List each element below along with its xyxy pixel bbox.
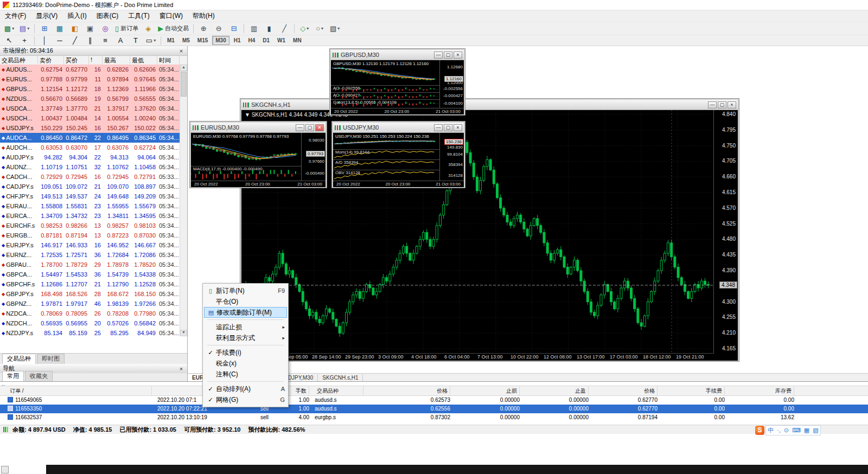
minimize-button[interactable]: —: [434, 124, 443, 131]
objects-button[interactable]: ◇▾: [297, 23, 311, 35]
text-label-button[interactable]: T: [129, 35, 143, 47]
ctx-profit-display[interactable]: 获利显示方式▸: [204, 332, 287, 343]
menu-charts[interactable]: 图表(C): [92, 10, 124, 22]
market-watch-row[interactable]: ◆AUDUS...0.627540.62770160.628260.626060…: [0, 65, 180, 74]
timeframe-m30[interactable]: M30: [212, 36, 229, 45]
market-watch-row[interactable]: ◆USDCH...1.004371.00484141.005541.002400…: [0, 113, 180, 123]
market-watch-scrollbar[interactable]: ▲ ▼: [180, 65, 187, 336]
market-watch-row[interactable]: ◆EURAU...1.558081.55831231.559551.556790…: [0, 201, 180, 211]
zoom-in-button[interactable]: ⊕: [196, 23, 210, 35]
orders-col-6[interactable]: 止损: [456, 386, 520, 395]
market-watch-col-5[interactable]: 最低: [130, 56, 157, 65]
close-button[interactable]: ×: [454, 124, 462, 131]
order-row[interactable]: 1165533502022.10.20 07:22:21sell1.00audu…: [0, 405, 868, 413]
crosshair-button[interactable]: +: [17, 35, 31, 47]
market-watch-row[interactable]: ◆EURUS...0.977880.97799110.978940.976450…: [0, 74, 180, 84]
gbpusd-window-chart-area[interactable]: GBPUSD,M30 1.12130 1.12179 1.12126 1.121…: [331, 60, 464, 114]
zoom-out-button[interactable]: ⊖: [212, 23, 226, 35]
navigator-button[interactable]: ◧: [68, 23, 82, 35]
market-watch-row[interactable]: ◆EURCHF.s0.982530.98266130.982570.981030…: [0, 221, 180, 230]
market-watch-row[interactable]: ◆NZDJPY.s85.13485.1592585.29584.94905:34…: [0, 328, 180, 336]
usdjpy-window-titlebar[interactable]: USDJPY,M30—▢×: [333, 123, 464, 133]
market-watch-tab-tick[interactable]: 即时图: [37, 354, 65, 364]
toolbox-icon[interactable]: ▦: [804, 426, 809, 434]
order-row[interactable]: 1166325372022.10.20 13:10:19sell4.00eurg…: [0, 413, 868, 422]
scrollbar-thumb[interactable]: [181, 72, 187, 97]
market-watch-row[interactable]: ◆AUDCH...0.630530.63070170.630760.627240…: [0, 143, 180, 152]
market-watch-row[interactable]: ◆AUDJPY.s94.28294.3042294.31394.06405:34…: [0, 152, 180, 162]
market-watch-row[interactable]: ◆NZDUS...0.566700.56689190.567990.565550…: [0, 94, 180, 104]
market-watch-row[interactable]: ◆EURJPY.s146.917146.93316146.952146.6670…: [0, 240, 180, 250]
restore-button[interactable]: ▢: [718, 101, 726, 108]
windows-taskbar[interactable]: [46, 465, 868, 474]
market-watch-row[interactable]: ◆AUDNZ...1.107191.10751321.107621.104580…: [0, 162, 180, 172]
candlestick-chart-button[interactable]: ▮: [262, 23, 276, 35]
menu-file[interactable]: 文件(F): [0, 10, 31, 22]
orders-col-10[interactable]: 库存费: [728, 386, 794, 395]
orders-col-9[interactable]: 手续费: [661, 386, 725, 395]
market-watch-row[interactable]: ◆USDCA...1.377491.37770211.379171.376200…: [0, 104, 180, 113]
timeframe-w1[interactable]: W1: [274, 36, 289, 45]
ctx-grid[interactable]: ✓网格(G)G: [204, 394, 287, 405]
market-watch-row[interactable]: ◆EURNZ...1.725351.72571361.726841.720860…: [0, 250, 180, 260]
market-watch-row[interactable]: ◆CADJPY.s109.051109.07221109.070108.8970…: [0, 182, 180, 191]
bar-chart-button[interactable]: ▥: [247, 23, 261, 35]
profiles-button[interactable]: ▤▾: [17, 23, 31, 35]
trendline-button[interactable]: ╱: [68, 35, 82, 47]
vertical-line-button[interactable]: │: [37, 35, 52, 47]
market-watch-row[interactable]: ◆EURCA...1.347091.34732231.348111.345950…: [0, 211, 180, 221]
line-chart-button[interactable]: ╱: [277, 23, 291, 35]
orders-col-0[interactable]: 订单 /: [8, 386, 152, 395]
eurusd-window-chart-area[interactable]: EURUSD,M30 0.97768 0.97799 0.97768 0.977…: [191, 133, 326, 187]
taskbar-corner-icon[interactable]: [1, 466, 9, 473]
usdjpy-window-plot[interactable]: USDJPY,M30 150.251 150.253 150.224 150.2…: [333, 133, 440, 187]
orders-col-8[interactable]: 价格: [592, 386, 658, 395]
menu-tools[interactable]: 工具(T): [123, 10, 154, 22]
market-watch-row[interactable]: ◆GBPCHF.s1.126861.12707211.127901.125280…: [0, 279, 180, 289]
market-watch-row[interactable]: ◆CADCH...0.729290.72945160.729450.727910…: [0, 172, 180, 182]
chart-tab-skgcnh-s-h1[interactable]: SKGCNH.s,H1: [318, 374, 363, 382]
strategy-tester-button[interactable]: ◎: [98, 23, 112, 35]
metaeditor-button[interactable]: ◈: [141, 23, 155, 35]
market-watch-row[interactable]: ◆GBPUS...1.121541.12172181.123691.119660…: [0, 84, 180, 94]
eurusd-window-titlebar[interactable]: EURUSD,M30—▢×: [191, 123, 326, 133]
navigator-tab[interactable]: 收藏夹: [25, 371, 53, 381]
skin-icon[interactable]: ▧: [813, 426, 818, 434]
sogou-logo[interactable]: S: [755, 426, 764, 435]
market-watch-row[interactable]: ◆GBPCA...1.544971.54533361.547391.543380…: [0, 270, 180, 279]
minimize-button[interactable]: —: [708, 101, 717, 108]
scroll-down-icon[interactable]: ▼: [180, 330, 187, 336]
market-watch-button[interactable]: ⊞: [37, 23, 52, 35]
minimize-button[interactable]: —: [434, 52, 443, 59]
gbpusd-window-titlebar[interactable]: GBPUSD,M30—▢×: [331, 50, 464, 60]
gbpusd-window-plot[interactable]: GBPUSD,M30 1.12130 1.12179 1.12126 1.121…: [331, 60, 440, 114]
market-watch-row[interactable]: ◆CHFJPY.s149.513149.53724149.648149.2090…: [0, 191, 180, 201]
restore-button[interactable]: ▢: [305, 124, 314, 131]
market-watch-col-4[interactable]: 最高: [103, 56, 130, 65]
navigator-tab[interactable]: 常用: [2, 371, 24, 381]
new-chart-button[interactable]: ▩▾: [2, 23, 16, 35]
skgcnh-window-titlebar[interactable]: SKGCNH.s,H1—▢×: [241, 100, 738, 110]
market-watch-row[interactable]: ◆AUDCA...0.864500.86472220.864950.863450…: [0, 133, 180, 143]
orders-col-4[interactable]: 交易品种: [315, 386, 363, 395]
timeframe-m5[interactable]: M5: [179, 36, 193, 45]
market-watch-row[interactable]: ◆USDJPY.s150.229150.24516150.267150.0220…: [0, 123, 180, 133]
order-row[interactable]: 1165490652022.10.20 07:11.00audusd.s0.62…: [0, 396, 868, 405]
fibonacci-button[interactable]: ≡: [98, 35, 112, 47]
market-watch-row[interactable]: ◆NZDCA...0.780690.78095260.782080.779800…: [0, 309, 180, 318]
usdjpy-window-chart-area[interactable]: USDJPY,M30 150.251 150.253 150.224 150.2…: [333, 133, 464, 187]
close-icon[interactable]: ×: [178, 366, 184, 372]
keyboard-icon[interactable]: ⌨: [792, 426, 801, 434]
timeframe-m1[interactable]: M1: [164, 36, 178, 45]
punctuation-icon[interactable]: ·,: [777, 426, 781, 434]
horizontal-line-button[interactable]: ─: [53, 35, 67, 47]
market-watch-row[interactable]: ◆GBPNZ...1.978711.97917461.981391.972660…: [0, 299, 180, 309]
timeframe-d1[interactable]: D1: [259, 36, 273, 45]
ctx-auto-arrange[interactable]: ✓自动排列(A)A: [204, 383, 287, 394]
market-watch-col-3[interactable]: !: [89, 56, 103, 65]
close-button[interactable]: ×: [315, 124, 324, 131]
template-button[interactable]: ▧▾: [328, 23, 342, 35]
ctx-commissions[interactable]: ✓手续费(i): [204, 347, 287, 358]
menu-view[interactable]: 显示(V): [31, 10, 62, 22]
timeframe-m15[interactable]: M15: [194, 36, 211, 45]
